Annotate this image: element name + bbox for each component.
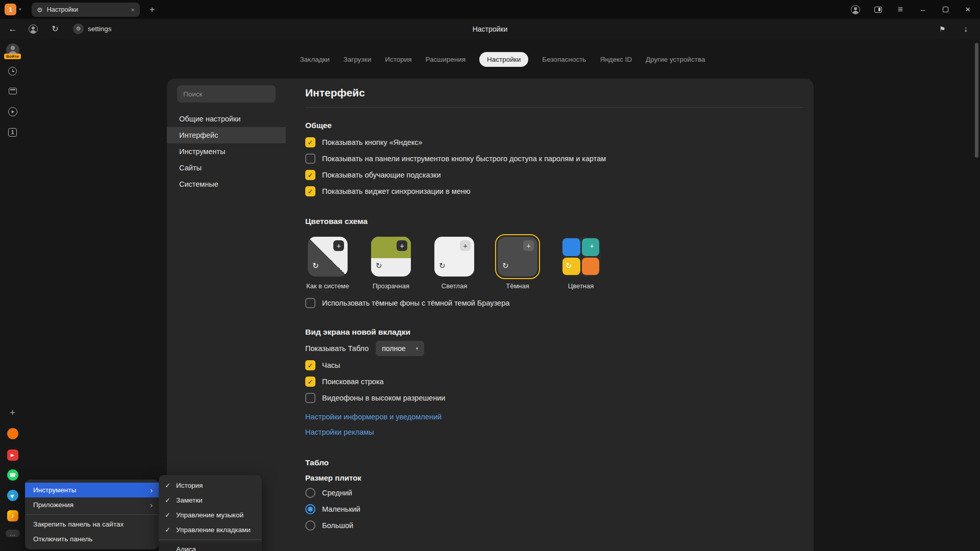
downloads-button[interactable]: ↓ bbox=[955, 19, 976, 39]
tools-submenu: ✓ История ✓ Заметки ✓ Управление музыкой… bbox=[159, 475, 262, 551]
add-panel-button[interactable]: + bbox=[0, 407, 25, 418]
history-rail-button[interactable] bbox=[0, 67, 25, 76]
tab-yandex-id[interactable]: Яндекс ID bbox=[600, 56, 632, 63]
checkbox-icon: ✓ bbox=[305, 186, 315, 196]
tab-settings[interactable]: ⚙ Настройки × bbox=[32, 3, 140, 17]
submenu-item-label: Управление вкладками bbox=[176, 526, 251, 534]
theme-transparent[interactable]: + ↻ Прозрачная bbox=[369, 234, 413, 290]
refresh-icon: ↻ bbox=[376, 262, 382, 269]
checkbox-label: Поисковая строка bbox=[322, 378, 384, 386]
telegram-button[interactable]: ▶ bbox=[0, 490, 25, 501]
checkbox-sync-widget[interactable]: ✓ Показывать виджет синхронизации в меню bbox=[305, 183, 803, 199]
checkbox-label: Часы bbox=[322, 361, 340, 369]
youtube-button[interactable]: ▶ bbox=[0, 449, 25, 461]
plane-glyph: ▶ bbox=[10, 492, 15, 498]
check-icon: ✓ bbox=[308, 139, 313, 146]
address-url[interactable]: settings bbox=[88, 19, 112, 39]
theme-dark-selected[interactable]: + ↻ Тёмная bbox=[495, 234, 540, 290]
new-tab-button[interactable]: + bbox=[145, 3, 159, 17]
sidebar-item-interface[interactable]: Интерфейс bbox=[167, 127, 286, 143]
radio-size-small[interactable]: Маленький bbox=[305, 501, 803, 517]
tab-close-icon[interactable]: × bbox=[131, 6, 135, 14]
profile-button[interactable] bbox=[844, 0, 867, 19]
side-panel-button[interactable] bbox=[867, 0, 889, 19]
tab-security[interactable]: Безопасность bbox=[542, 56, 586, 63]
checkbox-label: Использовать тёмные фоны с тёмной темой … bbox=[322, 299, 509, 307]
checkbox-label: Видеофоны в высоком разрешении bbox=[322, 394, 445, 402]
section-color-scheme-heading: Цветовая схема bbox=[305, 217, 803, 226]
radio-size-medium[interactable]: Средний bbox=[305, 485, 803, 501]
back-button[interactable]: ← bbox=[4, 19, 21, 39]
window-maximize-button[interactable] bbox=[934, 0, 957, 19]
browser-menu-button[interactable]: ≡ bbox=[889, 0, 912, 19]
sidebar-item-tools[interactable]: Инструменты bbox=[167, 143, 286, 160]
link-informers-settings[interactable]: Настройки информеров и уведомлений bbox=[305, 409, 803, 424]
menu-item-apps[interactable]: Приложения › bbox=[25, 497, 159, 512]
window-minimize-button[interactable]: – bbox=[912, 0, 934, 19]
sidebar-item-general[interactable]: Общие настройки bbox=[167, 111, 286, 127]
address-toolbar: ← ↻ ⚙ settings Настройки ⚑ ↓ bbox=[0, 19, 980, 39]
menu-item-tools[interactable]: Инструменты › bbox=[25, 483, 159, 497]
checkbox-clock[interactable]: ✓ Часы bbox=[305, 357, 803, 373]
sidebar-item-system[interactable]: Системные bbox=[167, 176, 286, 192]
odnoklassniki-button[interactable] bbox=[0, 428, 25, 439]
menu-item-disable-panel[interactable]: Отключить панель bbox=[25, 532, 159, 546]
radio-icon bbox=[305, 488, 315, 498]
theme-system[interactable]: + ↻ Как в системе bbox=[305, 234, 350, 290]
submenu-item-history[interactable]: ✓ История bbox=[159, 478, 262, 493]
check-icon: ✓ bbox=[308, 362, 313, 369]
bookmark-flag-button[interactable]: ⚑ bbox=[932, 19, 952, 39]
profile-circle-button[interactable] bbox=[23, 19, 43, 39]
checkbox-icon: ✓ bbox=[305, 137, 315, 147]
theme-colorful[interactable]: + ↻ Цветная bbox=[558, 234, 603, 290]
tab-bookmarks[interactable]: Закладки bbox=[300, 56, 329, 63]
rail-more-button[interactable]: … bbox=[0, 530, 25, 537]
checkbox-label: Показывать обучающие подсказки bbox=[322, 171, 441, 179]
scrollbar-thumb[interactable] bbox=[975, 43, 978, 158]
tab-extensions[interactable]: Расширения bbox=[426, 56, 466, 63]
submenu-item-label: Управление музыкой bbox=[176, 511, 243, 519]
checkbox-dark-backgrounds[interactable]: Использовать тёмные фоны с тёмной темой … bbox=[305, 295, 803, 311]
checkbox-quick-access-passwords[interactable]: Показывать на панели инструментов кнопку… bbox=[305, 151, 803, 167]
color-quadrant bbox=[582, 258, 600, 276]
menu-item-pin-panel[interactable]: Закрепить панель на сайтах bbox=[25, 517, 159, 532]
submenu-item-notes[interactable]: ✓ Заметки bbox=[159, 493, 262, 508]
login-avatar-button[interactable]: Войти bbox=[0, 43, 25, 59]
search-input[interactable] bbox=[183, 90, 270, 98]
telegram-icon: ▶ bbox=[7, 490, 18, 501]
sidebar-item-sites[interactable]: Сайты bbox=[167, 160, 286, 176]
reload-button[interactable]: ↻ bbox=[46, 19, 64, 39]
tab-downloads[interactable]: Загрузки bbox=[344, 56, 371, 63]
whatsapp-button[interactable]: ☎ bbox=[0, 469, 25, 481]
collections-rail-button[interactable] bbox=[0, 88, 25, 94]
section-tableau-heading: Табло bbox=[305, 458, 803, 467]
radio-size-large[interactable]: Большой bbox=[305, 517, 803, 534]
tab-settings-active[interactable]: Настройки bbox=[479, 52, 528, 67]
plus-icon: + bbox=[10, 407, 15, 418]
settings-nav-tabs: Закладки Загрузки История Расширения Нас… bbox=[25, 50, 980, 68]
settings-search[interactable] bbox=[177, 85, 276, 103]
video-rail-button[interactable]: ▶ bbox=[0, 107, 25, 116]
submenu-item-alice[interactable]: Алиса bbox=[159, 542, 262, 551]
address-page-title: Настройки bbox=[0, 19, 980, 39]
checkbox-training-tips[interactable]: ✓ Показывать обучающие подсказки bbox=[305, 167, 803, 183]
theme-light[interactable]: + ↻ Светлая bbox=[432, 234, 477, 290]
tab-other-devices[interactable]: Другие устройства bbox=[646, 56, 705, 63]
submenu-item-tab-management[interactable]: ✓ Управление вкладками bbox=[159, 522, 262, 537]
yandex-music-button[interactable]: ♪ bbox=[0, 510, 25, 521]
submenu-item-music-control[interactable]: ✓ Управление музыкой bbox=[159, 508, 262, 522]
window-close-button[interactable]: × bbox=[957, 0, 979, 19]
checkbox-hd-video-backgrounds[interactable]: Видеофоны в высоком разрешении bbox=[305, 390, 803, 406]
tab-counter-button[interactable]: 1 bbox=[5, 4, 16, 15]
checkbox-search-bar[interactable]: ✓ Поисковая строка bbox=[305, 373, 803, 390]
refresh-icon: ↻ bbox=[502, 262, 509, 269]
notes-rail-button[interactable]: 1 bbox=[0, 128, 25, 137]
browser-window: 1 ▾ ⚙ Настройки × + ≡ – × ← ↻ ⚙ settings… bbox=[0, 0, 980, 551]
tab-history[interactable]: История bbox=[385, 56, 411, 63]
plus-badge-icon: + bbox=[586, 240, 597, 251]
checkbox-show-yandex-button[interactable]: ✓ Показывать кнопку «Яндекс» bbox=[305, 134, 803, 151]
user-icon bbox=[29, 24, 38, 34]
tableau-select[interactable]: полное ▾ bbox=[376, 341, 424, 356]
tab-counter-chevron-icon[interactable]: ▾ bbox=[19, 7, 21, 12]
link-ads-settings[interactable]: Настройки рекламы bbox=[305, 424, 803, 440]
